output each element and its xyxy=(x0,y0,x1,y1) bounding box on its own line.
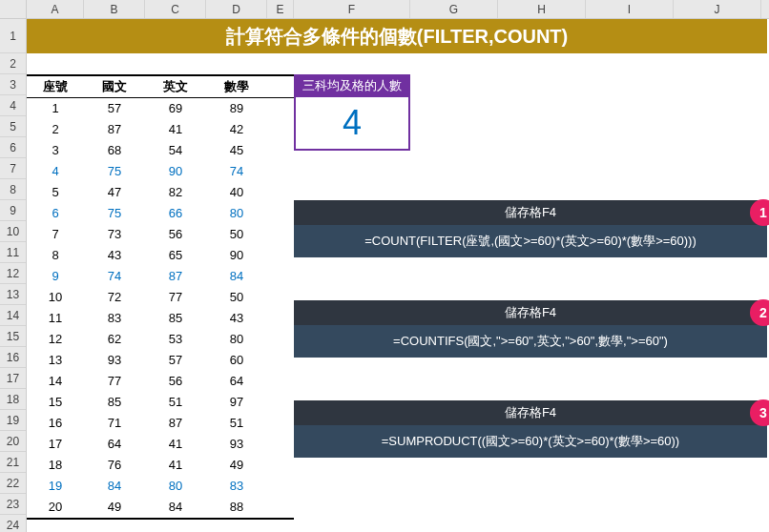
row-header[interactable]: 9 xyxy=(0,200,26,221)
col-header-C[interactable]: C xyxy=(145,0,206,18)
table-row[interactable]: 8436590 xyxy=(27,245,294,266)
table-row[interactable]: 14775664 xyxy=(27,371,294,392)
table-row[interactable]: 7735650 xyxy=(27,224,294,245)
cell[interactable]: 6 xyxy=(27,203,84,224)
row-header[interactable]: 10 xyxy=(0,221,26,242)
cell[interactable]: 76 xyxy=(84,455,145,476)
row-header[interactable]: 15 xyxy=(0,326,26,347)
col-header-I[interactable]: I xyxy=(586,0,674,18)
table-row[interactable]: 6756680 xyxy=(27,203,294,224)
cell[interactable]: 12 xyxy=(27,329,84,350)
cell[interactable]: 69 xyxy=(145,98,206,119)
cell[interactable]: 77 xyxy=(84,371,145,392)
cell[interactable]: 54 xyxy=(145,140,206,161)
cell[interactable]: 83 xyxy=(84,308,145,329)
cell[interactable]: 20 xyxy=(27,497,84,518)
cell[interactable]: 57 xyxy=(145,350,206,371)
row-header[interactable]: 3 xyxy=(0,74,26,95)
table-row[interactable]: 20498488 xyxy=(27,497,294,520)
col-header-E[interactable]: E xyxy=(267,0,294,18)
row-header[interactable]: 11 xyxy=(0,242,26,263)
cell[interactable]: 49 xyxy=(206,455,267,476)
table-row[interactable]: 16718751 xyxy=(27,413,294,434)
cell[interactable]: 41 xyxy=(145,434,206,455)
cell[interactable]: 56 xyxy=(145,371,206,392)
cell[interactable]: 74 xyxy=(84,266,145,287)
cell[interactable]: 72 xyxy=(84,287,145,308)
cell[interactable]: 16 xyxy=(27,413,84,434)
row-header[interactable]: 20 xyxy=(0,431,26,452)
table-row[interactable]: 11838543 xyxy=(27,308,294,329)
cell[interactable]: 42 xyxy=(206,119,267,140)
row-header[interactable]: 7 xyxy=(0,158,26,179)
col-header-F[interactable]: F xyxy=(294,0,410,18)
cell[interactable]: 45 xyxy=(206,140,267,161)
cell[interactable]: 68 xyxy=(84,140,145,161)
cell[interactable]: 47 xyxy=(84,182,145,203)
cell[interactable]: 9 xyxy=(27,266,84,287)
table-row[interactable]: 13935760 xyxy=(27,350,294,371)
cell[interactable]: 97 xyxy=(206,392,267,413)
cell[interactable]: 82 xyxy=(145,182,206,203)
cell[interactable]: 7 xyxy=(27,224,84,245)
table-row[interactable]: 2874142 xyxy=(27,119,294,140)
cell[interactable]: 87 xyxy=(145,413,206,434)
cell[interactable]: 84 xyxy=(206,266,267,287)
table-row[interactable]: 12625380 xyxy=(27,329,294,350)
cell[interactable]: 60 xyxy=(206,350,267,371)
cell[interactable]: 84 xyxy=(84,476,145,497)
row-header[interactable]: 16 xyxy=(0,347,26,368)
col-header-G[interactable]: G xyxy=(410,0,498,18)
cell[interactable]: 2 xyxy=(27,119,84,140)
cell[interactable]: 40 xyxy=(206,182,267,203)
cell[interactable]: 13 xyxy=(27,350,84,371)
table-row[interactable]: 4759074 xyxy=(27,161,294,182)
cell[interactable]: 49 xyxy=(84,497,145,518)
row-header[interactable]: 12 xyxy=(0,263,26,284)
cell[interactable]: 10 xyxy=(27,287,84,308)
table-row[interactable]: 3685445 xyxy=(27,140,294,161)
sheet-content[interactable]: 計算符合多條件的個數(FILTER,COUNT) 座號 國文 英文 數學 157… xyxy=(27,19,769,532)
table-row[interactable]: 15855197 xyxy=(27,392,294,413)
table-row[interactable]: 5478240 xyxy=(27,182,294,203)
cell[interactable]: 93 xyxy=(84,350,145,371)
cell[interactable]: 3 xyxy=(27,140,84,161)
cell[interactable]: 73 xyxy=(84,224,145,245)
cell[interactable]: 56 xyxy=(145,224,206,245)
row-header[interactable]: 19 xyxy=(0,410,26,431)
row-header[interactable]: 18 xyxy=(0,389,26,410)
cell[interactable]: 85 xyxy=(84,392,145,413)
cell[interactable]: 14 xyxy=(27,371,84,392)
cell[interactable]: 90 xyxy=(206,245,267,266)
row-header[interactable]: 14 xyxy=(0,305,26,326)
cell[interactable]: 41 xyxy=(145,455,206,476)
cell[interactable]: 87 xyxy=(84,119,145,140)
cell[interactable]: 87 xyxy=(145,266,206,287)
cell[interactable]: 62 xyxy=(84,329,145,350)
cell[interactable]: 43 xyxy=(84,245,145,266)
col-header-A[interactable]: A xyxy=(27,0,84,18)
cell[interactable]: 64 xyxy=(84,434,145,455)
cell[interactable]: 83 xyxy=(206,476,267,497)
cell[interactable]: 18 xyxy=(27,455,84,476)
cell[interactable]: 4 xyxy=(27,161,84,182)
table-row[interactable]: 1576989 xyxy=(27,98,294,119)
cell[interactable]: 64 xyxy=(206,371,267,392)
cell[interactable]: 50 xyxy=(206,224,267,245)
row-header[interactable]: 8 xyxy=(0,179,26,200)
cell[interactable]: 15 xyxy=(27,392,84,413)
cell[interactable]: 11 xyxy=(27,308,84,329)
cell[interactable]: 66 xyxy=(145,203,206,224)
cell[interactable]: 51 xyxy=(206,413,267,434)
row-header[interactable]: 13 xyxy=(0,284,26,305)
cell[interactable]: 43 xyxy=(206,308,267,329)
col-header-D[interactable]: D xyxy=(206,0,267,18)
col-header-B[interactable]: B xyxy=(84,0,145,18)
col-header-H[interactable]: H xyxy=(498,0,586,18)
cell[interactable]: 19 xyxy=(27,476,84,497)
cell[interactable]: 51 xyxy=(145,392,206,413)
cell[interactable]: 5 xyxy=(27,182,84,203)
cell[interactable]: 85 xyxy=(145,308,206,329)
row-header[interactable]: 5 xyxy=(0,116,26,137)
cell[interactable]: 90 xyxy=(145,161,206,182)
